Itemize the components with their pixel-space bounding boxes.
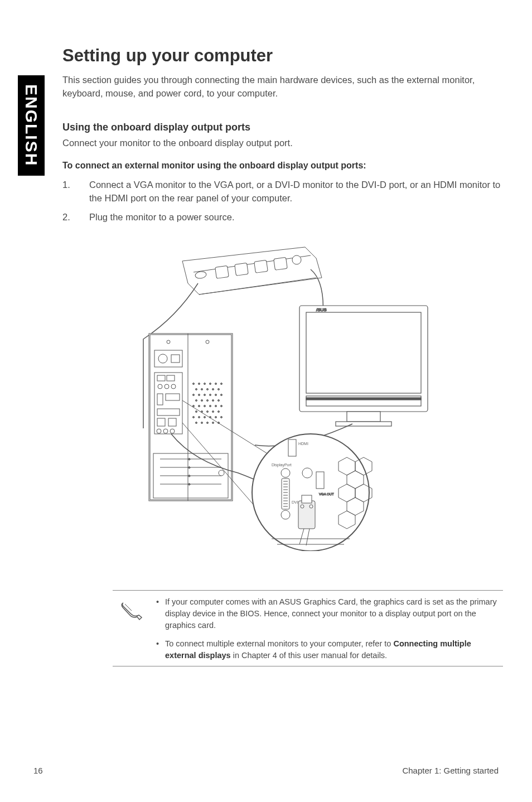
svg-point-72 (199, 416, 200, 418)
svg-point-61 (199, 405, 200, 407)
language-tab: ENGLISH (18, 75, 45, 176)
page-content: Setting up your computer This section gu… (62, 46, 503, 666)
list-item: 2. Plug the monitor to a power source. (62, 211, 503, 224)
svg-point-91 (219, 470, 224, 476)
diagram-svg: /SUS (127, 239, 439, 551)
step-number: 2. (62, 211, 89, 224)
svg-point-51 (204, 394, 206, 395)
step-number: 1. (62, 178, 89, 205)
svg-rect-5 (254, 260, 268, 273)
page-title: Setting up your computer (62, 46, 503, 66)
svg-point-46 (207, 388, 209, 390)
svg-point-65 (221, 405, 223, 407)
svg-point-119 (302, 468, 312, 478)
svg-text:HDMI: HDMI (298, 442, 308, 446)
svg-point-40 (204, 383, 206, 384)
svg-rect-31 (166, 394, 180, 400)
svg-point-79 (207, 422, 209, 423)
svg-text:DVI: DVI (292, 500, 298, 504)
svg-rect-13 (347, 412, 380, 422)
section-heading: Using the onboard display output ports (62, 122, 503, 133)
svg-text:+: + (188, 474, 191, 479)
svg-point-71 (193, 416, 195, 418)
list-item: 1. Connect a VGA monitor to the VGA port… (62, 178, 503, 205)
svg-rect-106 (282, 479, 289, 509)
svg-text:VGA OUT: VGA OUT (319, 492, 334, 496)
page-footer: 16 Chapter 1: Getting started (33, 766, 499, 775)
svg-point-39 (199, 383, 200, 384)
step-text: Plug the monitor to a power source. (89, 211, 503, 224)
svg-point-55 (196, 399, 197, 401)
svg-rect-14 (336, 422, 391, 426)
svg-point-73 (204, 416, 206, 418)
svg-point-38 (193, 383, 195, 384)
svg-point-58 (212, 399, 214, 401)
svg-point-117 (281, 510, 290, 519)
svg-point-45 (201, 388, 203, 390)
svg-point-54 (221, 394, 223, 395)
intro-text: This section guides you through connecti… (62, 74, 503, 100)
svg-point-47 (212, 388, 214, 390)
list-item: If your computer comes with an ASUS Grap… (156, 596, 497, 631)
step-text: Connect a VGA monitor to the VGA port, o… (89, 178, 503, 205)
svg-point-59 (218, 399, 220, 401)
svg-point-80 (212, 422, 214, 423)
svg-point-42 (215, 383, 217, 384)
svg-point-50 (199, 394, 200, 395)
svg-point-43 (221, 383, 223, 384)
svg-point-77 (196, 422, 197, 423)
svg-rect-123 (302, 495, 312, 503)
svg-point-36 (163, 429, 168, 433)
svg-point-41 (210, 383, 211, 384)
svg-point-75 (215, 416, 217, 418)
svg-text:+: + (188, 457, 191, 462)
svg-point-19 (167, 340, 170, 344)
svg-point-69 (212, 410, 214, 412)
svg-rect-4 (235, 263, 249, 276)
note-list: If your computer comes with an ASUS Grap… (156, 596, 503, 661)
svg-point-78 (201, 422, 203, 423)
svg-rect-34 (168, 418, 176, 426)
svg-rect-23 (171, 355, 180, 363)
svg-point-27 (158, 384, 162, 389)
step-list: 1. Connect a VGA monitor to the VGA port… (62, 178, 503, 224)
svg-point-76 (221, 416, 223, 418)
svg-point-28 (165, 384, 169, 389)
svg-text:DisplayPort: DisplayPort (272, 463, 292, 467)
svg-rect-26 (167, 375, 175, 381)
svg-rect-25 (157, 375, 165, 381)
svg-rect-12 (306, 398, 421, 400)
svg-rect-3 (215, 265, 229, 278)
svg-point-126 (301, 505, 304, 508)
svg-point-52 (210, 394, 211, 395)
svg-point-7 (292, 255, 301, 264)
svg-point-20 (206, 340, 209, 344)
svg-point-49 (193, 394, 195, 395)
svg-rect-32 (157, 409, 180, 416)
svg-point-70 (218, 410, 220, 412)
svg-point-57 (207, 399, 209, 401)
svg-point-44 (196, 388, 197, 390)
svg-rect-122 (298, 501, 315, 529)
svg-text:/SUS: /SUS (316, 307, 327, 312)
svg-rect-33 (157, 418, 165, 426)
svg-point-60 (193, 405, 195, 407)
divider (113, 666, 503, 666)
svg-rect-120 (316, 472, 324, 489)
svg-point-63 (210, 405, 211, 407)
svg-point-22 (158, 354, 167, 363)
svg-rect-30 (157, 394, 163, 405)
svg-point-105 (281, 468, 290, 477)
page-number: 16 (33, 766, 43, 775)
svg-point-62 (204, 405, 206, 407)
section-subtext: Connect your monitor to the onboard disp… (62, 138, 503, 148)
svg-point-35 (157, 429, 161, 433)
procedure-title: To connect an external monitor using the… (62, 161, 503, 171)
svg-text:+: + (188, 465, 191, 470)
svg-point-94 (252, 434, 369, 551)
note-icon (120, 596, 145, 661)
svg-text:+: + (188, 482, 191, 487)
svg-rect-6 (274, 257, 288, 270)
svg-point-53 (215, 394, 217, 395)
chapter-label: Chapter 1: Getting started (402, 766, 499, 775)
